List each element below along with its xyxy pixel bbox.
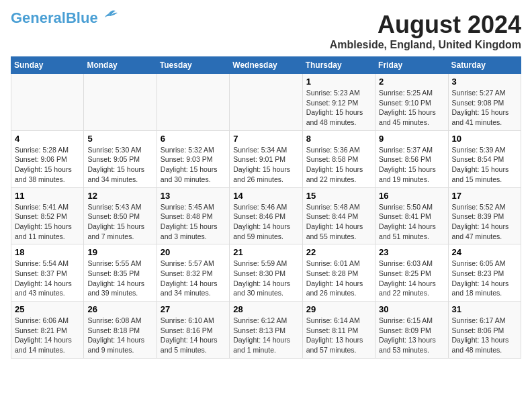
month-year-title: August 2024 — [330, 11, 521, 39]
calendar-header-row: SundayMondayTuesdayWednesdayThursdayFrid… — [11, 57, 521, 74]
day-info: Sunrise: 5:37 AM Sunset: 8:56 PM Dayligh… — [379, 145, 444, 185]
calendar-cell: 19Sunrise: 5:55 AM Sunset: 8:35 PM Dayli… — [84, 244, 157, 302]
day-number: 18 — [15, 247, 80, 257]
weekday-header-monday: Monday — [84, 57, 157, 74]
day-info: Sunrise: 5:46 AM Sunset: 8:46 PM Dayligh… — [233, 202, 298, 242]
weekday-header-sunday: Sunday — [11, 57, 84, 74]
day-number: 2 — [379, 77, 444, 87]
day-number: 16 — [379, 191, 444, 201]
calendar-cell: 31Sunrise: 6:17 AM Sunset: 8:06 PM Dayli… — [448, 302, 521, 359]
day-info: Sunrise: 5:32 AM Sunset: 9:03 PM Dayligh… — [161, 145, 226, 185]
day-info: Sunrise: 6:06 AM Sunset: 8:21 PM Dayligh… — [15, 316, 80, 355]
day-info: Sunrise: 5:25 AM Sunset: 9:10 PM Dayligh… — [379, 88, 444, 128]
day-number: 21 — [233, 247, 298, 257]
weekday-header-tuesday: Tuesday — [157, 57, 229, 74]
day-info: Sunrise: 5:50 AM Sunset: 8:41 PM Dayligh… — [379, 202, 444, 242]
day-number: 14 — [233, 191, 298, 201]
title-area: August 2024 Ambleside, England, United K… — [330, 11, 521, 51]
calendar-cell: 6Sunrise: 5:32 AM Sunset: 9:03 PM Daylig… — [157, 130, 229, 187]
logo-text: GeneralBlue — [11, 11, 98, 26]
calendar-cell — [84, 74, 157, 131]
day-number: 27 — [161, 304, 226, 314]
day-number: 13 — [161, 191, 226, 201]
day-info: Sunrise: 6:08 AM Sunset: 8:18 PM Dayligh… — [87, 316, 152, 355]
day-number: 9 — [379, 134, 444, 144]
day-number: 24 — [452, 247, 517, 257]
calendar-cell: 18Sunrise: 5:54 AM Sunset: 8:37 PM Dayli… — [11, 244, 84, 302]
calendar-cell: 16Sunrise: 5:50 AM Sunset: 8:41 PM Dayli… — [375, 187, 448, 244]
calendar-table: SundayMondayTuesdayWednesdayThursdayFrid… — [11, 56, 521, 359]
weekday-header-saturday: Saturday — [448, 57, 521, 74]
day-number: 20 — [161, 247, 226, 257]
day-number: 8 — [306, 134, 371, 144]
weekday-header-thursday: Thursday — [302, 57, 375, 74]
day-number: 1 — [306, 77, 371, 87]
calendar-cell: 23Sunrise: 6:03 AM Sunset: 8:25 PM Dayli… — [375, 244, 448, 302]
day-number: 26 — [87, 304, 152, 314]
calendar-cell: 28Sunrise: 6:12 AM Sunset: 8:13 PM Dayli… — [230, 302, 302, 359]
day-info: Sunrise: 6:01 AM Sunset: 8:28 PM Dayligh… — [306, 259, 371, 298]
day-info: Sunrise: 5:39 AM Sunset: 8:54 PM Dayligh… — [452, 145, 517, 185]
day-number: 23 — [379, 247, 444, 257]
calendar-cell: 1Sunrise: 5:23 AM Sunset: 9:12 PM Daylig… — [302, 74, 375, 131]
day-number: 29 — [306, 304, 371, 314]
day-number: 22 — [306, 247, 371, 257]
day-number: 25 — [15, 304, 80, 314]
calendar-week-row: 4Sunrise: 5:28 AM Sunset: 9:06 PM Daylig… — [11, 130, 521, 187]
day-info: Sunrise: 5:55 AM Sunset: 8:35 PM Dayligh… — [87, 259, 152, 298]
calendar-cell: 12Sunrise: 5:43 AM Sunset: 8:50 PM Dayli… — [84, 187, 157, 244]
location-subtitle: Ambleside, England, United Kingdom — [330, 39, 521, 51]
day-number: 30 — [379, 304, 444, 314]
calendar-cell: 7Sunrise: 5:34 AM Sunset: 9:01 PM Daylig… — [230, 130, 302, 187]
day-info: Sunrise: 5:34 AM Sunset: 9:01 PM Dayligh… — [233, 145, 298, 185]
weekday-header-wednesday: Wednesday — [230, 57, 302, 74]
day-info: Sunrise: 5:52 AM Sunset: 8:39 PM Dayligh… — [452, 202, 517, 242]
day-info: Sunrise: 5:45 AM Sunset: 8:48 PM Dayligh… — [161, 202, 226, 242]
day-info: Sunrise: 6:05 AM Sunset: 8:23 PM Dayligh… — [452, 259, 517, 298]
day-info: Sunrise: 6:17 AM Sunset: 8:06 PM Dayligh… — [452, 316, 517, 355]
day-info: Sunrise: 5:54 AM Sunset: 8:37 PM Dayligh… — [15, 259, 80, 298]
calendar-cell: 3Sunrise: 5:27 AM Sunset: 9:08 PM Daylig… — [448, 74, 521, 131]
day-info: Sunrise: 5:43 AM Sunset: 8:50 PM Dayligh… — [87, 202, 152, 242]
day-number: 4 — [15, 134, 80, 144]
calendar-cell: 30Sunrise: 6:15 AM Sunset: 8:09 PM Dayli… — [375, 302, 448, 359]
day-info: Sunrise: 5:59 AM Sunset: 8:30 PM Dayligh… — [233, 259, 298, 298]
day-info: Sunrise: 5:23 AM Sunset: 9:12 PM Dayligh… — [306, 88, 371, 128]
header: GeneralBlue August 2024 Ambleside, Engla… — [11, 11, 521, 51]
day-info: Sunrise: 6:12 AM Sunset: 8:13 PM Dayligh… — [233, 316, 298, 355]
day-info: Sunrise: 6:03 AM Sunset: 8:25 PM Dayligh… — [379, 259, 444, 298]
calendar-cell: 10Sunrise: 5:39 AM Sunset: 8:54 PM Dayli… — [448, 130, 521, 187]
day-number: 3 — [452, 77, 517, 87]
day-number: 6 — [161, 134, 226, 144]
logo-bird-icon — [99, 8, 118, 23]
day-number: 15 — [306, 191, 371, 201]
day-info: Sunrise: 5:48 AM Sunset: 8:44 PM Dayligh… — [306, 202, 371, 242]
day-info: Sunrise: 6:15 AM Sunset: 8:09 PM Dayligh… — [379, 316, 444, 355]
calendar-cell: 27Sunrise: 6:10 AM Sunset: 8:16 PM Dayli… — [157, 302, 229, 359]
calendar-cell: 26Sunrise: 6:08 AM Sunset: 8:18 PM Dayli… — [84, 302, 157, 359]
day-info: Sunrise: 5:41 AM Sunset: 8:52 PM Dayligh… — [15, 202, 80, 242]
calendar-cell: 25Sunrise: 6:06 AM Sunset: 8:21 PM Dayli… — [11, 302, 84, 359]
day-info: Sunrise: 6:14 AM Sunset: 8:11 PM Dayligh… — [306, 316, 371, 355]
calendar-week-row: 25Sunrise: 6:06 AM Sunset: 8:21 PM Dayli… — [11, 302, 521, 359]
day-info: Sunrise: 6:10 AM Sunset: 8:16 PM Dayligh… — [161, 316, 226, 355]
calendar-cell: 24Sunrise: 6:05 AM Sunset: 8:23 PM Dayli… — [448, 244, 521, 302]
calendar-cell: 9Sunrise: 5:37 AM Sunset: 8:56 PM Daylig… — [375, 130, 448, 187]
calendar-cell: 21Sunrise: 5:59 AM Sunset: 8:30 PM Dayli… — [230, 244, 302, 302]
day-info: Sunrise: 5:28 AM Sunset: 9:06 PM Dayligh… — [15, 145, 80, 185]
day-number: 5 — [87, 134, 152, 144]
day-number: 19 — [87, 247, 152, 257]
calendar-cell: 8Sunrise: 5:36 AM Sunset: 8:58 PM Daylig… — [302, 130, 375, 187]
calendar-cell: 4Sunrise: 5:28 AM Sunset: 9:06 PM Daylig… — [11, 130, 84, 187]
day-info: Sunrise: 5:57 AM Sunset: 8:32 PM Dayligh… — [161, 259, 226, 298]
calendar-cell: 13Sunrise: 5:45 AM Sunset: 8:48 PM Dayli… — [157, 187, 229, 244]
day-number: 11 — [15, 191, 80, 201]
day-number: 10 — [452, 134, 517, 144]
calendar-week-row: 11Sunrise: 5:41 AM Sunset: 8:52 PM Dayli… — [11, 187, 521, 244]
day-number: 28 — [233, 304, 298, 314]
day-number: 31 — [452, 304, 517, 314]
calendar-cell: 5Sunrise: 5:30 AM Sunset: 9:05 PM Daylig… — [84, 130, 157, 187]
day-number: 7 — [233, 134, 298, 144]
weekday-header-friday: Friday — [375, 57, 448, 74]
calendar-cell: 11Sunrise: 5:41 AM Sunset: 8:52 PM Dayli… — [11, 187, 84, 244]
